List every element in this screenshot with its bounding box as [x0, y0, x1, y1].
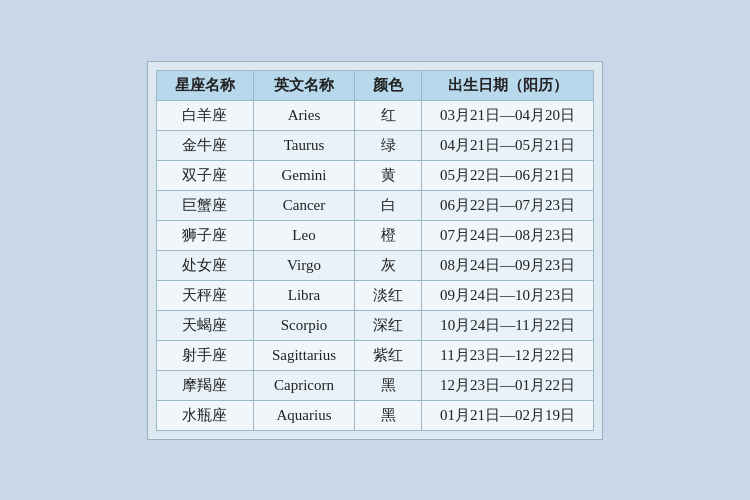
- zodiac-table-container: 星座名称 英文名称 颜色 出生日期（阳历） 白羊座Aries红03月21日—04…: [147, 61, 603, 440]
- table-row: 处女座Virgo灰08月24日—09月23日: [156, 250, 593, 280]
- cell-chinese-name: 巨蟹座: [156, 190, 253, 220]
- cell-english-name: Taurus: [253, 130, 354, 160]
- cell-chinese-name: 天秤座: [156, 280, 253, 310]
- cell-dates: 01月21日—02月19日: [422, 400, 594, 430]
- cell-dates: 03月21日—04月20日: [422, 100, 594, 130]
- cell-english-name: Leo: [253, 220, 354, 250]
- cell-english-name: Scorpio: [253, 310, 354, 340]
- cell-color: 黑: [355, 400, 422, 430]
- cell-chinese-name: 摩羯座: [156, 370, 253, 400]
- table-row: 白羊座Aries红03月21日—04月20日: [156, 100, 593, 130]
- cell-chinese-name: 狮子座: [156, 220, 253, 250]
- table-row: 天秤座Libra淡红09月24日—10月23日: [156, 280, 593, 310]
- cell-dates: 06月22日—07月23日: [422, 190, 594, 220]
- cell-color: 黄: [355, 160, 422, 190]
- cell-color: 绿: [355, 130, 422, 160]
- cell-chinese-name: 水瓶座: [156, 400, 253, 430]
- cell-dates: 05月22日—06月21日: [422, 160, 594, 190]
- cell-chinese-name: 处女座: [156, 250, 253, 280]
- table-body: 白羊座Aries红03月21日—04月20日金牛座Taurus绿04月21日—0…: [156, 100, 593, 430]
- header-dates: 出生日期（阳历）: [422, 70, 594, 100]
- cell-dates: 08月24日—09月23日: [422, 250, 594, 280]
- cell-dates: 09月24日—10月23日: [422, 280, 594, 310]
- cell-english-name: Aries: [253, 100, 354, 130]
- cell-english-name: Gemini: [253, 160, 354, 190]
- table-row: 射手座Sagittarius紫红11月23日—12月22日: [156, 340, 593, 370]
- cell-dates: 04月21日—05月21日: [422, 130, 594, 160]
- cell-english-name: Libra: [253, 280, 354, 310]
- cell-color: 橙: [355, 220, 422, 250]
- cell-color: 黑: [355, 370, 422, 400]
- cell-dates: 12月23日—01月22日: [422, 370, 594, 400]
- cell-chinese-name: 天蝎座: [156, 310, 253, 340]
- cell-color: 紫红: [355, 340, 422, 370]
- cell-color: 红: [355, 100, 422, 130]
- cell-chinese-name: 射手座: [156, 340, 253, 370]
- header-chinese-name: 星座名称: [156, 70, 253, 100]
- cell-english-name: Capricorn: [253, 370, 354, 400]
- zodiac-table: 星座名称 英文名称 颜色 出生日期（阳历） 白羊座Aries红03月21日—04…: [156, 70, 594, 431]
- table-row: 狮子座Leo橙07月24日—08月23日: [156, 220, 593, 250]
- cell-dates: 07月24日—08月23日: [422, 220, 594, 250]
- cell-chinese-name: 双子座: [156, 160, 253, 190]
- table-row: 金牛座Taurus绿04月21日—05月21日: [156, 130, 593, 160]
- cell-english-name: Virgo: [253, 250, 354, 280]
- cell-chinese-name: 白羊座: [156, 100, 253, 130]
- cell-dates: 10月24日—11月22日: [422, 310, 594, 340]
- table-header-row: 星座名称 英文名称 颜色 出生日期（阳历）: [156, 70, 593, 100]
- header-color: 颜色: [355, 70, 422, 100]
- cell-english-name: Sagittarius: [253, 340, 354, 370]
- table-row: 摩羯座Capricorn黑12月23日—01月22日: [156, 370, 593, 400]
- cell-english-name: Cancer: [253, 190, 354, 220]
- table-row: 双子座Gemini黄05月22日—06月21日: [156, 160, 593, 190]
- table-row: 水瓶座Aquarius黑01月21日—02月19日: [156, 400, 593, 430]
- cell-color: 灰: [355, 250, 422, 280]
- table-row: 巨蟹座Cancer白06月22日—07月23日: [156, 190, 593, 220]
- cell-color: 白: [355, 190, 422, 220]
- table-row: 天蝎座Scorpio深红10月24日—11月22日: [156, 310, 593, 340]
- header-english-name: 英文名称: [253, 70, 354, 100]
- cell-chinese-name: 金牛座: [156, 130, 253, 160]
- cell-color: 深红: [355, 310, 422, 340]
- cell-dates: 11月23日—12月22日: [422, 340, 594, 370]
- cell-english-name: Aquarius: [253, 400, 354, 430]
- cell-color: 淡红: [355, 280, 422, 310]
